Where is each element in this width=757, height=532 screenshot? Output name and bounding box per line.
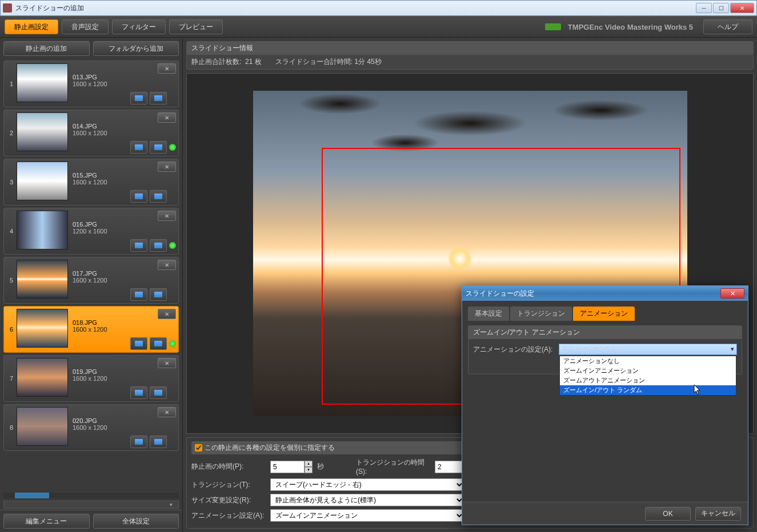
add-image-button[interactable]: 静止画の追加 xyxy=(3,41,90,56)
thumbnail-item[interactable]: 5 ✕ 017.JPG 1600 x 1200 xyxy=(3,257,179,304)
thumb-filename: 016.JPG xyxy=(73,221,176,228)
thumbnail-list[interactable]: 1 ✕ 013.JPG 1600 x 1200 2 ✕ 014.JPG 1600… xyxy=(0,59,182,493)
tab-preview[interactable]: プレビュー xyxy=(169,19,223,34)
global-settings-button[interactable]: 全体設定 xyxy=(93,514,179,529)
thumb-index: 8 xyxy=(6,407,17,448)
thumbnail-item[interactable]: 4 ✕ 016.JPG 1200 x 1600 xyxy=(3,208,179,255)
close-button[interactable]: ✕ xyxy=(730,3,754,13)
minimize-button[interactable]: ─ xyxy=(696,3,712,13)
collapse-button[interactable]: ▾ xyxy=(3,501,179,509)
thumb-action-2[interactable] xyxy=(150,337,167,350)
dialog-tab-basic[interactable]: 基本設定 xyxy=(468,307,509,321)
main-toolbar: 静止画設定 音声設定 フィルター プレビュー TMPGEnc Video Mas… xyxy=(0,16,757,38)
thumb-index: 2 xyxy=(6,112,17,154)
thumb-action-2[interactable] xyxy=(150,92,167,104)
dialog-ok-button[interactable]: OK xyxy=(645,507,691,521)
anim-setting-select[interactable]: アニメーションなし アニメーションなし ズームインアニメーション ズームアウトア… xyxy=(559,344,737,355)
dialog-cancel-button[interactable]: キャンセル xyxy=(695,507,741,521)
spin-down[interactable]: ▼ xyxy=(305,467,313,473)
transition-select[interactable]: スイープ(ハードエッジ - 右) xyxy=(270,478,464,491)
tab-filter[interactable]: フィルター xyxy=(112,19,166,34)
thumbnail-item[interactable]: 1 ✕ 013.JPG 1600 x 1200 xyxy=(3,61,179,107)
window-title: スライドショーの追加 xyxy=(15,3,696,13)
count-value: 21 枚 xyxy=(245,58,262,66)
thumb-dimensions: 1600 x 1200 xyxy=(73,326,176,333)
thumb-action-1[interactable] xyxy=(130,436,147,448)
thumb-action-1[interactable] xyxy=(130,92,147,104)
maximize-button[interactable]: ☐ xyxy=(713,3,729,13)
thumb-action-1[interactable] xyxy=(130,288,147,301)
image-time-label: 静止画の時間(P): xyxy=(191,462,266,471)
thumb-dimensions: 1600 x 1200 xyxy=(73,179,176,186)
thumb-action-2[interactable] xyxy=(150,386,167,399)
thumb-action-1[interactable] xyxy=(130,141,147,154)
thumb-remove-button[interactable]: ✕ xyxy=(158,358,176,368)
thumbnail-image xyxy=(17,260,68,299)
brand-indicator-icon xyxy=(545,23,561,30)
thumb-dimensions: 1600 x 1200 xyxy=(73,424,176,431)
tab-audio-settings[interactable]: 音声設定 xyxy=(62,19,109,34)
thumbnail-item[interactable]: 8 ✕ 020.JPG 1600 x 1200 xyxy=(3,404,179,451)
slideshow-settings-dialog: スライドショーの設定 ✕ 基本設定 トランジション アニメーション ズームイン/… xyxy=(462,285,748,525)
thumb-action-2[interactable] xyxy=(150,436,167,448)
duration-label: スライドショー合計時間: xyxy=(275,58,353,66)
individual-checkbox[interactable] xyxy=(195,444,202,452)
thumbnail-image xyxy=(17,63,68,102)
anim-select[interactable]: ズームインアニメーション xyxy=(270,509,464,522)
dropdown-option[interactable]: アニメーションなし xyxy=(560,356,736,366)
status-dot-icon xyxy=(169,340,176,347)
add-folder-button[interactable]: フォルダから追加 xyxy=(93,41,179,56)
thumb-index: 5 xyxy=(6,260,17,301)
edit-menu-button[interactable]: 編集メニュー xyxy=(3,514,90,529)
thumb-action-2[interactable] xyxy=(150,239,167,252)
thumb-action-1[interactable] xyxy=(130,337,147,350)
thumbnail-image xyxy=(17,358,68,397)
thumb-index: 4 xyxy=(6,211,17,252)
thumb-filename: 017.JPG xyxy=(73,270,176,277)
thumbnail-item[interactable]: 2 ✕ 014.JPG 1600 x 1200 xyxy=(3,110,179,156)
dropdown-option[interactable]: ズームアウトアニメーション xyxy=(560,376,736,385)
anim-label: アニメーション設定(A): xyxy=(191,511,266,521)
thumb-filename: 020.JPG xyxy=(73,417,176,424)
thumb-action-1[interactable] xyxy=(130,190,147,203)
thumb-dimensions: 1600 x 1200 xyxy=(73,277,176,284)
dialog-tab-animation[interactable]: アニメーション xyxy=(573,307,635,321)
thumb-action-2[interactable] xyxy=(150,288,167,301)
spin-up[interactable]: ▲ xyxy=(305,461,313,467)
tab-image-settings[interactable]: 静止画設定 xyxy=(5,19,58,34)
thumb-remove-button[interactable]: ✕ xyxy=(158,112,176,123)
thumb-filename: 018.JPG xyxy=(73,319,176,326)
resize-select[interactable]: 静止画全体が見えるように(標準) xyxy=(270,494,464,506)
thumb-action-1[interactable] xyxy=(130,386,147,399)
dialog-titlebar[interactable]: スライドショーの設定 ✕ xyxy=(462,286,748,301)
thumbnail-item[interactable]: 3 ✕ 015.JPG 1600 x 1200 xyxy=(3,159,179,205)
thumb-action-2[interactable] xyxy=(150,141,167,154)
thumb-remove-button[interactable]: ✕ xyxy=(158,407,176,417)
thumbnail-image xyxy=(17,309,68,348)
thumb-index: 3 xyxy=(6,162,17,203)
dialog-close-button[interactable]: ✕ xyxy=(720,288,744,299)
thumb-action-2[interactable] xyxy=(150,190,167,203)
status-dot-icon xyxy=(169,144,176,151)
thumb-remove-button[interactable]: ✕ xyxy=(158,309,176,319)
thumb-dimensions: 1200 x 1600 xyxy=(73,228,176,235)
dropdown-option[interactable]: ズームイン/アウト ランダム xyxy=(560,385,736,395)
thumb-remove-button[interactable]: ✕ xyxy=(158,260,176,270)
thumb-remove-button[interactable]: ✕ xyxy=(158,63,176,74)
dialog-group-title: ズームイン/アウト アニメーション xyxy=(468,326,742,339)
thumb-filename: 015.JPG xyxy=(73,172,176,179)
help-button[interactable]: ヘルプ xyxy=(703,19,752,34)
image-time-input[interactable] xyxy=(270,461,305,473)
thumb-remove-button[interactable]: ✕ xyxy=(158,162,176,172)
dialog-tab-transition[interactable]: トランジション xyxy=(510,307,572,321)
thumbnail-item[interactable]: 6 ✕ 018.JPG 1600 x 1200 xyxy=(3,306,179,353)
scrollbar[interactable] xyxy=(3,493,179,498)
thumbnail-item[interactable]: 7 ✕ 019.JPG 1600 x 1200 xyxy=(3,355,179,402)
sidebar: 静止画の追加 フォルダから追加 1 ✕ 013.JPG 1600 x 1200 … xyxy=(0,38,183,532)
thumb-remove-button[interactable]: ✕ xyxy=(158,211,176,221)
dialog-title: スライドショーの設定 xyxy=(466,289,720,299)
thumb-action-1[interactable] xyxy=(130,239,147,252)
dropdown-option[interactable]: ズームインアニメーション xyxy=(560,366,736,376)
anim-dropdown-list: アニメーションなし ズームインアニメーション ズームアウトアニメーション ズーム… xyxy=(559,356,736,396)
thumb-index: 1 xyxy=(6,63,17,104)
